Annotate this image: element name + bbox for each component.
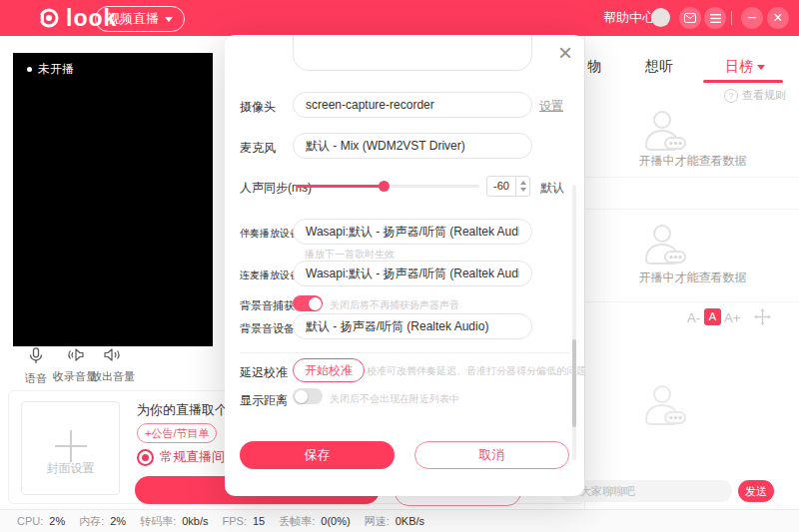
- mail-button[interactable]: [679, 7, 701, 29]
- stat-dropframe-value: 0(0%): [321, 515, 350, 527]
- link-play-device-select[interactable]: [293, 261, 532, 286]
- microphone-icon: [29, 347, 43, 364]
- speaker-out-icon: [104, 347, 122, 362]
- empty-chat-person-icon: [641, 384, 687, 430]
- view-rules-label: 查看规则: [742, 88, 786, 103]
- header-bar: look 视频直播 帮助中心 − ×: [0, 0, 799, 36]
- output-volume-label: 放出音量: [88, 369, 138, 384]
- move-icon: [754, 308, 771, 325]
- tab-daily-ranking[interactable]: 日榜: [725, 58, 765, 76]
- cancel-button[interactable]: 取消: [414, 441, 569, 469]
- camera-select[interactable]: [293, 92, 532, 118]
- show-distance-label: 显示距离: [240, 392, 288, 409]
- spinner-down-icon: [520, 188, 526, 192]
- stream-type-dropdown[interactable]: 视频直播: [95, 6, 185, 32]
- voice-sync-slider[interactable]: [296, 185, 479, 188]
- stat-fps-label: FPS:: [223, 515, 247, 527]
- radio-selected-icon: [137, 449, 154, 466]
- question-icon: ?: [724, 89, 738, 103]
- bg-capture-label: 背景音捕获: [240, 298, 295, 313]
- bg-capture-hint: 关闭后将不再捕获扬声器声音: [330, 298, 459, 312]
- room-type-radio[interactable]: 常规直播间: [137, 448, 225, 466]
- live-status-badge: 未开播: [38, 61, 74, 78]
- empty-state-person-icon: [641, 224, 687, 269]
- voice-sync-label: 人声同步(ms): [240, 180, 312, 197]
- stat-netspeed-value: 0KB/s: [396, 515, 424, 527]
- link-play-device-label: 连麦播放设备: [240, 268, 300, 282]
- font-smaller-button[interactable]: A-: [687, 310, 700, 325]
- font-larger-button[interactable]: A+: [724, 310, 740, 325]
- envelope-icon: [684, 13, 696, 23]
- speaker-in-icon: [66, 347, 84, 362]
- stat-netspeed-label: 网速:: [365, 514, 390, 529]
- calibration-label: 延迟校准: [240, 364, 288, 381]
- right-panel: 物 想听 日榜 ? 查看规则 开播中才能查看数据: [584, 36, 799, 509]
- app-window: look 视频直播 帮助中心 − ×: [0, 0, 799, 532]
- window-close-button[interactable]: ×: [767, 7, 789, 29]
- stat-memory-value: 2%: [110, 515, 126, 527]
- show-distance-toggle[interactable]: [293, 388, 323, 404]
- plus-icon: [70, 430, 72, 462]
- modal-scrollbar-thumb[interactable]: [572, 339, 576, 427]
- voice-sync-value: -60: [487, 177, 515, 196]
- stat-bitrate-label: 转码率:: [140, 514, 176, 529]
- tab-gifts[interactable]: 物: [587, 58, 601, 76]
- voice-sync-default-link[interactable]: 默认: [540, 180, 564, 197]
- empty-state-caption: 开播中才能查看数据: [585, 153, 799, 170]
- close-icon: ×: [773, 8, 782, 28]
- bg-capture-toggle[interactable]: [293, 295, 323, 311]
- camera-label: 摄像头: [240, 99, 276, 116]
- scrolled-input-partial[interactable]: [293, 35, 532, 71]
- chevron-down-icon: [757, 65, 765, 70]
- empty-state-person-icon: [641, 110, 687, 156]
- live-preview: 未开播: [13, 53, 213, 346]
- camera-settings-link[interactable]: 设置: [539, 98, 563, 115]
- stat-dropframe-label: 丢帧率:: [279, 514, 315, 529]
- stat-memory-label: 内存:: [79, 514, 104, 529]
- stat-fps-value: 15: [253, 515, 265, 527]
- stat-cpu-label: CPU:: [17, 515, 43, 527]
- chevron-down-icon: [165, 17, 173, 22]
- tab-want-to-hear[interactable]: 想听: [645, 58, 673, 76]
- announcement-pill-button[interactable]: +公告/节目单: [137, 423, 217, 443]
- view-rules-link[interactable]: ? 查看规则: [724, 88, 786, 103]
- accompaniment-hint: 播放下一首歌时生效: [305, 248, 395, 262]
- bg-device-select[interactable]: [293, 313, 532, 339]
- spinner-up-icon: [520, 181, 526, 185]
- live-status-dot: [27, 67, 32, 72]
- header-divider: [731, 11, 732, 25]
- divider: [585, 209, 799, 210]
- cover-upload-box[interactable]: 封面设置: [21, 401, 120, 495]
- slider-handle[interactable]: [379, 181, 390, 192]
- voice-sync-number-input[interactable]: -60: [486, 176, 530, 197]
- minimize-button[interactable]: −: [741, 7, 763, 29]
- microphone-select[interactable]: [293, 133, 532, 159]
- calibration-hint: 校准可改善伴奏延迟、音准打分器得分偏低的问题: [367, 364, 584, 378]
- stat-cpu-value: 2%: [49, 515, 65, 527]
- font-current-button[interactable]: A: [704, 308, 721, 325]
- help-center-link[interactable]: 帮助中心: [603, 0, 655, 36]
- start-calibration-button[interactable]: 开始校准: [293, 358, 365, 382]
- stat-bitrate-value: 0kb/s: [182, 515, 208, 527]
- look-logo-icon: [38, 7, 60, 33]
- number-spinner[interactable]: [515, 177, 529, 196]
- hamburger-icon: [710, 14, 721, 23]
- modal-divider: [240, 352, 569, 353]
- modal-close-button[interactable]: ×: [553, 41, 577, 65]
- save-button[interactable]: 保存: [240, 441, 395, 469]
- menu-button[interactable]: [704, 7, 726, 29]
- cover-label: 封面设置: [22, 460, 119, 477]
- empty-state-caption: 开播中才能查看数据: [585, 269, 799, 286]
- divider: [585, 301, 799, 302]
- drag-move-handle[interactable]: [754, 308, 771, 329]
- status-bar: CPU: 2% 内存: 2% 转码率: 0kb/s FPS: 15 丢帧率: 0…: [0, 509, 799, 532]
- avatar[interactable]: [651, 8, 670, 27]
- output-volume-button[interactable]: 放出音量: [88, 347, 138, 384]
- bg-device-label: 背景音设备: [240, 321, 295, 336]
- stream-type-label: 视频直播: [107, 10, 159, 28]
- chat-message-input[interactable]: [559, 480, 732, 502]
- accompaniment-device-select[interactable]: [293, 219, 532, 245]
- send-button[interactable]: 发送: [738, 480, 774, 502]
- slider-fill: [296, 185, 385, 188]
- modal-scrollbar-track[interactable]: [572, 185, 576, 460]
